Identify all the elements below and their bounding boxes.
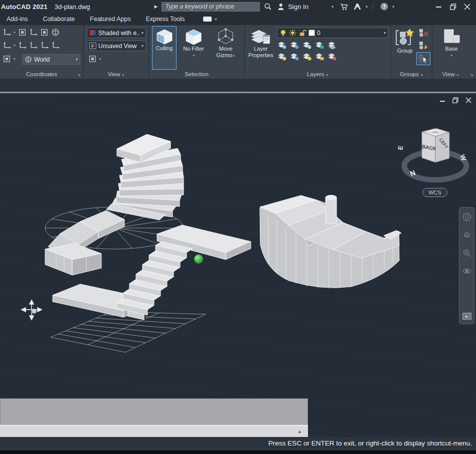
visual-style-combo[interactable]: Shaded with e... ▾ — [87, 28, 146, 38]
drawing-minimize-button[interactable] — [438, 96, 447, 104]
green-sphere-object[interactable] — [194, 255, 203, 264]
navbar-more-icon[interactable]: ▸ — [462, 313, 471, 320]
no-filter-button[interactable]: No Filter ▾ — [180, 26, 208, 70]
panel-title-groups[interactable]: Groups ▾ — [391, 71, 432, 77]
layer-properties-label-2: Properties — [248, 52, 273, 59]
drawing-close-button[interactable] — [464, 96, 473, 104]
group-selection-toggle-icon[interactable] — [416, 52, 430, 65]
drawing-restore-button[interactable] — [451, 96, 460, 104]
layer-freeze-icon[interactable] — [302, 40, 313, 51]
ribbon-display-caret-icon[interactable]: ▾ — [215, 17, 217, 22]
layer-unisolate-icon[interactable] — [289, 52, 301, 62]
layer-thaw-icon[interactable] — [302, 52, 313, 62]
close-button[interactable] — [460, 2, 474, 12]
tab-add-ins[interactable]: Add-ins — [0, 16, 35, 23]
search-flyout-icon[interactable]: ▶ — [154, 4, 158, 9]
drawing-viewport[interactable]: N W E BACK LEFT TOP — [0, 93, 476, 437]
viewport-config-caret-icon[interactable]: ▾ — [99, 57, 101, 61]
panel-title-view-left[interactable]: View ▾ — [84, 71, 148, 77]
user-icon[interactable] — [276, 2, 286, 11]
restore-button[interactable] — [446, 2, 460, 12]
group-button[interactable]: Group — [393, 26, 416, 70]
autodesk-logo-icon[interactable] — [353, 2, 363, 11]
layer-combo[interactable]: 0 ▾ — [277, 28, 388, 38]
base-label: Base — [445, 46, 457, 52]
panel-layers: Layer Properties 0 ▾ — [245, 25, 391, 79]
viewport-config-icon[interactable] — [88, 54, 97, 64]
ucs-icon-settings[interactable] — [2, 54, 12, 64]
panel-title-selection[interactable]: Selection — [149, 71, 244, 77]
ucs-z-axis-icon[interactable] — [40, 41, 49, 50]
help-caret-icon[interactable]: ▾ — [392, 5, 394, 9]
layer-properties-button[interactable]: Layer Properties — [247, 26, 275, 70]
groups-title-caret-icon: ▾ — [421, 73, 423, 77]
layer-on-icon[interactable] — [277, 52, 288, 62]
layer-off-icon[interactable] — [277, 40, 288, 51]
navigation-wheel-icon[interactable] — [462, 212, 471, 223]
search-input[interactable] — [162, 3, 259, 11]
search-field-wrap[interactable] — [162, 2, 260, 12]
layer-unlock-tool-icon[interactable] — [314, 52, 326, 62]
panel-selection: Culling No Filter ▾ — [149, 25, 245, 79]
command-expand-icon[interactable]: ▲ — [297, 429, 302, 434]
viewcube[interactable]: N W E BACK LEFT TOP — [396, 128, 467, 180]
panel-title-layers[interactable]: Layers ▾ — [245, 71, 391, 77]
tab-featured-apps[interactable]: Featured Apps — [82, 16, 138, 23]
ucs-combo-caret-icon[interactable]: ▾ — [76, 57, 78, 62]
base-button[interactable]: Base ▾ — [439, 26, 463, 70]
ucs-previous-icon[interactable] — [2, 41, 12, 50]
ucs-named-icon[interactable] — [18, 28, 27, 37]
compass-east-label[interactable]: E — [396, 145, 404, 150]
named-view-combo[interactable]: F Unsaved View ▾ — [87, 41, 146, 51]
layer-color-swatch[interactable] — [308, 30, 315, 36]
sign-in-caret-icon[interactable]: ▾ — [332, 5, 334, 9]
sign-in-button[interactable]: Sign In — [288, 3, 308, 11]
layer-combo-caret-icon[interactable]: ▾ — [384, 31, 386, 35]
ucs-origin-icon[interactable] — [29, 28, 38, 37]
tab-express-tools[interactable]: Express Tools — [138, 16, 193, 23]
ucs-icon[interactable] — [2, 28, 12, 37]
move-gizmo-button[interactable]: Move Gizmo▾ — [210, 26, 241, 70]
spiral-staircase-right[interactable] — [260, 195, 401, 289]
layer-match-icon[interactable] — [327, 52, 339, 62]
ucs-object-icon[interactable] — [29, 41, 38, 50]
ribbon-display-toggle-icon[interactable] — [203, 17, 212, 22]
wcs-badge[interactable]: WCS — [422, 188, 447, 197]
group-edit-icon[interactable] — [417, 40, 429, 51]
cart-icon[interactable] — [340, 2, 350, 11]
wireframe-stair-plan[interactable] — [51, 312, 206, 352]
coordinates-launcher-icon[interactable]: ↘ — [77, 72, 81, 77]
named-view-caret-icon[interactable]: ▾ — [141, 44, 143, 48]
ucs-combo[interactable]: World ▾ — [22, 54, 80, 65]
visual-style-caret-icon[interactable]: ▾ — [141, 31, 143, 35]
view-right-launcher-icon[interactable]: ↘ — [469, 72, 473, 77]
zoom-extents-icon[interactable] — [462, 249, 471, 260]
apps-caret-icon[interactable]: ▾ — [366, 5, 368, 9]
orbit-icon[interactable] — [462, 267, 471, 278]
culling-button[interactable]: Culling — [152, 26, 177, 70]
base-caret-icon[interactable]: ▾ — [450, 52, 452, 59]
command-input-row[interactable]: ▲ — [0, 425, 308, 437]
no-filter-caret-icon[interactable]: ▾ — [193, 52, 195, 59]
minimize-button[interactable] — [432, 2, 446, 12]
layer-lock-icon[interactable] — [314, 40, 326, 51]
svg-text:?: ? — [383, 4, 386, 10]
ucs-previous-caret-icon[interactable]: ▾ — [14, 44, 16, 48]
command-history[interactable] — [0, 398, 308, 425]
panel-title-coordinates[interactable]: Coordinates — [0, 71, 83, 77]
navigation-bar[interactable]: ▸ — [459, 207, 474, 324]
ucs-view-icon[interactable] — [40, 28, 49, 37]
ungroup-icon[interactable] — [417, 27, 429, 38]
search-icon[interactable] — [263, 2, 273, 11]
layer-make-current-icon[interactable] — [327, 40, 339, 51]
ucs-world-icon[interactable] — [51, 28, 60, 37]
help-icon[interactable]: ? — [379, 2, 389, 11]
ucs-caret-icon[interactable]: ▾ — [14, 31, 16, 35]
ucs-settings-caret-icon[interactable]: ▾ — [14, 57, 16, 61]
ucs-restore-icon[interactable] — [18, 41, 27, 50]
layer-isolate-icon[interactable] — [289, 40, 301, 51]
pan-icon[interactable] — [462, 231, 471, 242]
tab-collaborate[interactable]: Collaborate — [35, 16, 82, 23]
ucs-3point-icon[interactable] — [51, 41, 60, 50]
move-gizmo-label-2: Gizmo▾ — [216, 52, 235, 59]
